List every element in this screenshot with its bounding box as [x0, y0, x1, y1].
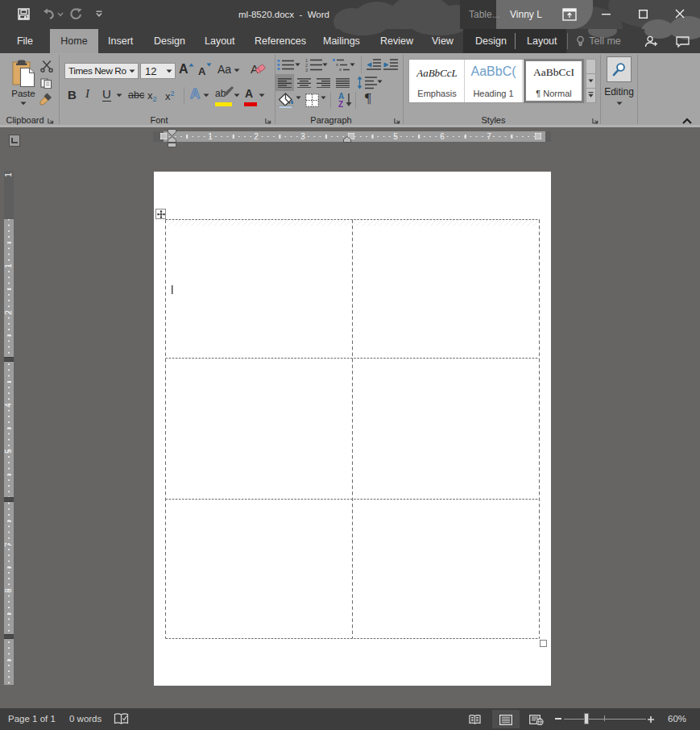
svg-text:Z: Z — [338, 100, 343, 108]
svg-text:3: 3 — [305, 68, 308, 73]
